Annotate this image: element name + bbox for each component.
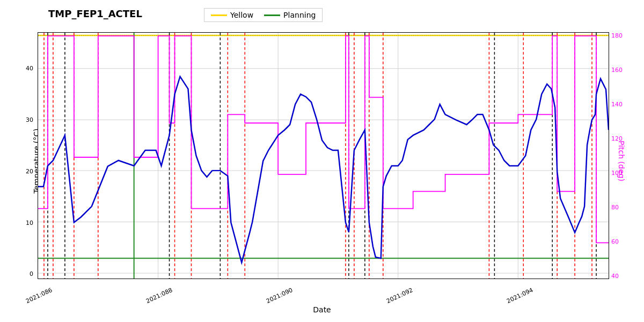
legend-label-planning: Planning xyxy=(283,11,316,19)
x-tick-2021:092: 2021:092 xyxy=(385,287,414,305)
y-left-tick-40: 40 xyxy=(17,65,33,72)
chart-svg xyxy=(38,33,609,279)
legend: Yellow Planning xyxy=(204,8,323,22)
legend-item-planning: Planning xyxy=(264,11,316,19)
x-tick-2021:094: 2021:094 xyxy=(506,287,534,305)
y-right-tick-160: 160 xyxy=(611,67,630,74)
y-left-tick-0: 0 xyxy=(17,270,33,277)
y-left-tick-20: 20 xyxy=(17,167,33,174)
chart-container: TMP_FEP1_ACTEL Yellow Planning Temperatu… xyxy=(0,0,644,322)
y-right-tick-180: 180 xyxy=(611,32,630,39)
chart-title: TMP_FEP1_ACTEL xyxy=(48,8,142,19)
x-tick-2021:086: 2021:086 xyxy=(25,287,53,305)
y-right-tick-140: 140 xyxy=(611,101,630,108)
x-tick-2021:088: 2021:088 xyxy=(145,287,173,305)
y-left-tick-30: 30 xyxy=(17,116,33,123)
x-axis-label: Date xyxy=(313,305,331,314)
y-right-tick-80: 80 xyxy=(611,203,630,210)
y-right-tick-100: 100 xyxy=(611,169,630,176)
y-right-tick-120: 120 xyxy=(611,135,630,142)
y-right-tick-60: 60 xyxy=(611,238,630,245)
x-tick-2021:090: 2021:090 xyxy=(265,287,294,305)
legend-line-planning xyxy=(264,14,280,16)
y-right-tick-40: 40 xyxy=(611,272,630,279)
chart-area xyxy=(38,32,609,279)
y-left-tick-10: 10 xyxy=(17,219,33,226)
legend-line-yellow xyxy=(211,14,227,16)
legend-label-yellow: Yellow xyxy=(230,11,253,19)
legend-item-yellow: Yellow xyxy=(211,11,253,19)
